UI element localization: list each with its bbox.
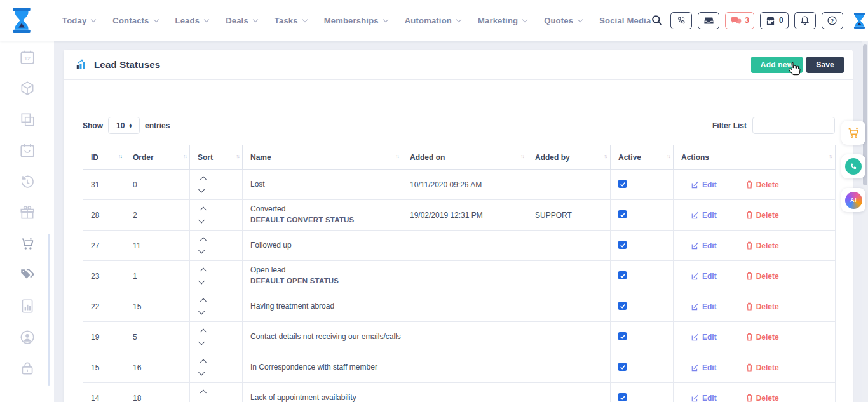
- chat-button[interactable]: 3: [725, 12, 754, 29]
- edit-link[interactable]: Edit: [691, 211, 717, 220]
- sidebar-item-packages[interactable]: [15, 77, 40, 100]
- sidebar-item-shop[interactable]: [15, 232, 40, 255]
- column-header-sort[interactable]: Sort↑↓: [190, 145, 243, 170]
- active-checkbox[interactable]: [618, 271, 627, 279]
- edit-link[interactable]: Edit: [691, 272, 717, 281]
- sidebar-item-account[interactable]: [15, 326, 40, 349]
- column-header-active[interactable]: Active↑↓: [611, 145, 674, 170]
- sidebar-item-bookings[interactable]: [15, 139, 40, 162]
- store-button[interactable]: 0: [760, 12, 789, 29]
- floating-cart-button[interactable]: [841, 121, 865, 145]
- window-scrollbar[interactable]: [862, 41, 868, 402]
- column-header-name[interactable]: Name↑↓: [243, 145, 402, 170]
- move-up-icon[interactable]: [200, 359, 206, 366]
- nav-item[interactable]: Quotes: [544, 16, 582, 25]
- table-row: 31 0 Lost 10/11/2020 09:26 AM: [83, 170, 836, 200]
- sidebar-item-duplicates[interactable]: [15, 108, 40, 131]
- column-header-added-by[interactable]: Added by↑↓: [527, 145, 611, 170]
- orange-cart-icon: [846, 126, 860, 140]
- edit-link[interactable]: Edit: [691, 333, 717, 342]
- active-checkbox[interactable]: [618, 180, 627, 188]
- move-up-icon[interactable]: [200, 390, 206, 396]
- delete-link[interactable]: Delete: [746, 394, 779, 402]
- move-down-icon[interactable]: [198, 339, 205, 345]
- move-up-icon[interactable]: [200, 207, 206, 213]
- delete-link[interactable]: Delete: [746, 272, 779, 281]
- floating-phone-button[interactable]: [841, 154, 865, 178]
- delete-link[interactable]: Delete: [746, 180, 779, 189]
- notifications-button[interactable]: [794, 12, 816, 29]
- top-bar: TodayContactsLeadsDealsTasksMembershipsA…: [0, 0, 868, 41]
- column-header-id[interactable]: ID↑↓: [83, 145, 125, 170]
- nav-item[interactable]: Tasks: [275, 16, 307, 25]
- active-checkbox[interactable]: [618, 363, 627, 371]
- nav-item[interactable]: Contacts: [112, 16, 158, 25]
- move-down-icon[interactable]: [198, 248, 205, 254]
- nav-item[interactable]: Deals: [226, 16, 257, 25]
- move-up-icon[interactable]: [200, 298, 206, 305]
- delete-link[interactable]: Delete: [746, 241, 779, 250]
- trash-icon: [746, 180, 753, 189]
- nav-item[interactable]: Today: [62, 16, 95, 25]
- move-down-icon[interactable]: [198, 187, 205, 193]
- move-down-icon[interactable]: [198, 400, 205, 402]
- move-down-icon[interactable]: [198, 309, 205, 315]
- active-checkbox[interactable]: [618, 241, 627, 249]
- row-id: 23: [91, 272, 99, 281]
- row-order: 16: [133, 363, 141, 372]
- sidebar-item-calendar[interactable]: 12: [15, 46, 40, 69]
- sidebar-item-reports[interactable]: [15, 295, 40, 318]
- search-icon[interactable]: [651, 14, 663, 27]
- active-checkbox[interactable]: [618, 302, 627, 310]
- active-checkbox[interactable]: [618, 332, 627, 340]
- add-new-button[interactable]: Add new: [751, 57, 803, 73]
- column-header-added-on[interactable]: Added on↑↓: [402, 145, 527, 170]
- entries-select[interactable]: 10 ▴▾: [108, 117, 140, 134]
- sidebar-item-security[interactable]: [15, 357, 40, 380]
- nav-item[interactable]: Leads: [175, 16, 209, 25]
- clinicsoftware-logo-icon[interactable]: [10, 7, 33, 34]
- clinicsoftware-brand[interactable]: ClinicSoftware .com TEN STEPS AHEAD: [853, 12, 868, 29]
- delete-link[interactable]: Delete: [746, 363, 779, 372]
- move-up-icon[interactable]: [200, 329, 206, 335]
- delete-link[interactable]: Delete: [746, 211, 779, 220]
- move-down-icon[interactable]: [198, 217, 205, 224]
- phone-circle-icon: [845, 158, 862, 175]
- help-button[interactable]: ?: [822, 12, 843, 29]
- save-button[interactable]: Save: [806, 57, 844, 73]
- move-up-icon[interactable]: [200, 177, 206, 183]
- move-down-icon[interactable]: [198, 278, 205, 285]
- row-order: 1: [133, 272, 137, 281]
- sidebar-scrollbar[interactable]: [48, 234, 50, 386]
- floating-ai-button[interactable]: AI: [841, 188, 865, 212]
- nav-item[interactable]: Social Media: [599, 16, 651, 25]
- nav-item[interactable]: Marketing: [478, 16, 527, 25]
- filter-list-input[interactable]: [752, 117, 835, 134]
- nav-item[interactable]: Memberships: [324, 16, 388, 25]
- move-down-icon[interactable]: [198, 370, 205, 376]
- edit-link[interactable]: Edit: [691, 363, 717, 372]
- phone-button[interactable]: [670, 12, 692, 29]
- nav-item[interactable]: Automation: [405, 16, 461, 25]
- edit-link[interactable]: Edit: [691, 180, 717, 189]
- edit-link[interactable]: Edit: [691, 302, 717, 311]
- row-id: 15: [91, 363, 99, 372]
- sidebar-item-gifts[interactable]: [15, 201, 40, 224]
- sidebar-item-history[interactable]: [15, 170, 40, 193]
- table-row: 27 11 Followed up: [83, 231, 836, 261]
- column-header-actions[interactable]: Actions↑↓: [674, 145, 836, 170]
- column-header-order[interactable]: Order↑↓: [125, 145, 190, 170]
- move-up-icon[interactable]: [200, 268, 206, 274]
- nav-item-label: Automation: [405, 16, 452, 25]
- delete-link[interactable]: Delete: [746, 302, 779, 311]
- sidebar-item-tags[interactable]: [15, 264, 40, 286]
- entries-label: entries: [145, 121, 170, 130]
- edit-link[interactable]: Edit: [691, 394, 717, 402]
- active-checkbox[interactable]: [618, 210, 627, 218]
- inbox-button[interactable]: [698, 12, 719, 29]
- active-checkbox[interactable]: [618, 393, 627, 401]
- move-up-icon[interactable]: [200, 238, 206, 244]
- edit-link[interactable]: Edit: [691, 241, 717, 250]
- row-order: 15: [133, 302, 141, 311]
- delete-link[interactable]: Delete: [746, 333, 779, 342]
